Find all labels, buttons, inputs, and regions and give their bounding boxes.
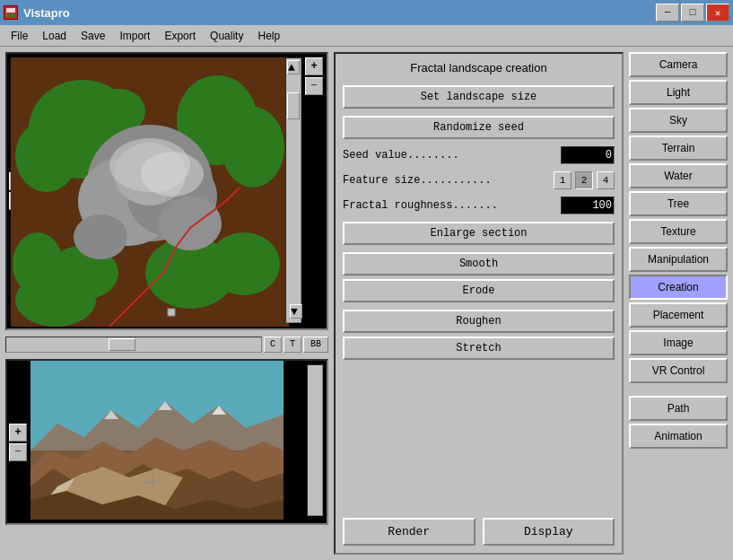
view3d-zoom-left: + ─ <box>9 424 27 461</box>
right-btn-creation[interactable]: Creation <box>629 275 728 300</box>
menu-save[interactable]: Save <box>74 28 112 44</box>
svg-point-21 <box>141 152 204 197</box>
bb-btn[interactable]: BB <box>303 337 328 353</box>
menu-file[interactable]: File <box>4 28 35 44</box>
minimize-btn[interactable]: ─ <box>656 4 679 22</box>
roughness-label: Fractal roughness....... <box>343 199 557 212</box>
bottom-btn-row: Render Display <box>343 518 615 546</box>
menu-quality[interactable]: Quality <box>203 28 250 44</box>
scroll-arrow-down[interactable]: ▼ <box>290 304 302 319</box>
right-btn-tree[interactable]: Tree <box>629 191 728 216</box>
svg-rect-24 <box>168 309 175 316</box>
menu-help[interactable]: Help <box>250 28 287 44</box>
enlarge-btn[interactable]: Enlarge section <box>343 222 615 245</box>
feature-btn-2[interactable]: 2 <box>575 171 593 189</box>
view3d-zoom-out[interactable]: ─ <box>9 443 27 461</box>
view3d-scrollbar-v[interactable] <box>307 364 323 516</box>
svg-point-18 <box>74 214 127 259</box>
randomize-btn[interactable]: Randomize seed <box>343 116 615 139</box>
svg-rect-1 <box>6 8 15 13</box>
erode-btn[interactable]: Erode <box>343 279 615 302</box>
roughness-row: Fractal roughness....... <box>343 197 615 214</box>
render-btn[interactable]: Render <box>343 518 476 546</box>
scroll-thumb-v[interactable] <box>287 92 300 119</box>
svg-point-11 <box>15 273 96 327</box>
right-btn-animation[interactable]: Animation <box>629 424 728 449</box>
menu-import[interactable]: Import <box>112 28 157 44</box>
seed-label: Seed value........ <box>343 149 557 162</box>
view3d-zoom-in[interactable]: + <box>9 424 27 442</box>
map-scroll-area: C T BB <box>5 334 328 355</box>
app-icon <box>4 5 18 20</box>
scroll-arrow-up[interactable]: ▲ <box>287 60 300 74</box>
map-zoom-right: + ─ <box>305 57 323 95</box>
map-scrollbar-h[interactable] <box>5 337 262 353</box>
right-btn-light[interactable]: Light <box>629 80 728 105</box>
restore-btn[interactable]: □ <box>681 4 704 22</box>
right-panel: Camera Light Sky Terrain Water Tree Text… <box>629 52 728 555</box>
left-panel: + ─ <box>5 52 328 555</box>
close-btn[interactable]: ✕ <box>706 4 729 22</box>
roughen-stretch-group: Roughen Stretch <box>343 310 615 360</box>
stretch-btn[interactable]: Stretch <box>343 337 615 360</box>
window-title: Vistapro <box>23 6 70 20</box>
map-container: + ─ <box>5 52 328 330</box>
svg-point-5 <box>15 120 78 192</box>
svg-point-8 <box>222 107 284 188</box>
c-btn[interactable]: C <box>264 337 282 353</box>
main-content: + ─ <box>0 47 733 560</box>
seed-row: Seed value........ <box>343 146 615 164</box>
right-btn-water[interactable]: Water <box>629 163 728 188</box>
right-btn-image[interactable]: Image <box>629 330 728 355</box>
map-scrollbar-v[interactable]: ▲ ▼ <box>285 57 301 323</box>
map-view <box>11 57 289 327</box>
svg-point-13 <box>208 232 280 295</box>
feature-row: Feature size........... 1 2 4 <box>343 171 615 189</box>
feature-btn-4[interactable]: 4 <box>597 171 615 189</box>
right-btn-manipulation[interactable]: Manipulation <box>629 247 728 272</box>
svg-rect-2 <box>6 13 15 17</box>
feature-btn-1[interactable]: 1 <box>554 171 572 189</box>
feature-label: Feature size........... <box>343 174 550 187</box>
smooth-btn[interactable]: Smooth <box>343 252 615 276</box>
t-btn[interactable]: T <box>284 337 301 353</box>
right-btn-texture[interactable]: Texture <box>629 219 728 244</box>
right-btn-terrain[interactable]: Terrain <box>629 136 728 161</box>
panel-title: Fractal landscape creation <box>343 61 615 74</box>
view3d-canvas <box>31 361 284 520</box>
map-svg <box>11 57 289 327</box>
right-btn-camera[interactable]: Camera <box>629 52 728 77</box>
map-right-zoom-out[interactable]: ─ <box>305 77 323 95</box>
menu-load[interactable]: Load <box>35 28 74 44</box>
scroll-thumb-h[interactable] <box>109 338 135 351</box>
view3d-svg <box>31 361 284 520</box>
smooth-erode-group: Smooth Erode <box>343 252 615 302</box>
right-btn-vr-control[interactable]: VR Control <box>629 358 728 383</box>
display-btn[interactable]: Display <box>483 518 615 546</box>
right-btn-placement[interactable]: Placement <box>629 302 728 328</box>
title-bar: Vistapro ─ □ ✕ <box>0 0 733 25</box>
right-btn-path[interactable]: Path <box>629 396 728 421</box>
roughen-btn[interactable]: Roughen <box>343 310 615 333</box>
right-btn-sky[interactable]: Sky <box>629 108 728 133</box>
window-controls: ─ □ ✕ <box>656 4 729 22</box>
roughness-input[interactable] <box>561 197 615 214</box>
set-landscape-btn[interactable]: Set landscape size <box>343 85 615 109</box>
right-spacer <box>629 386 728 393</box>
seed-input[interactable] <box>561 146 615 164</box>
center-panel: Fractal landscape creation Set landscape… <box>334 52 624 555</box>
view3d-container: + ─ <box>5 359 328 525</box>
menu-export[interactable]: Export <box>157 28 203 44</box>
map-right-zoom-in[interactable]: + <box>305 57 323 75</box>
menu-bar: File Load Save Import Export Quality Hel… <box>0 25 733 47</box>
